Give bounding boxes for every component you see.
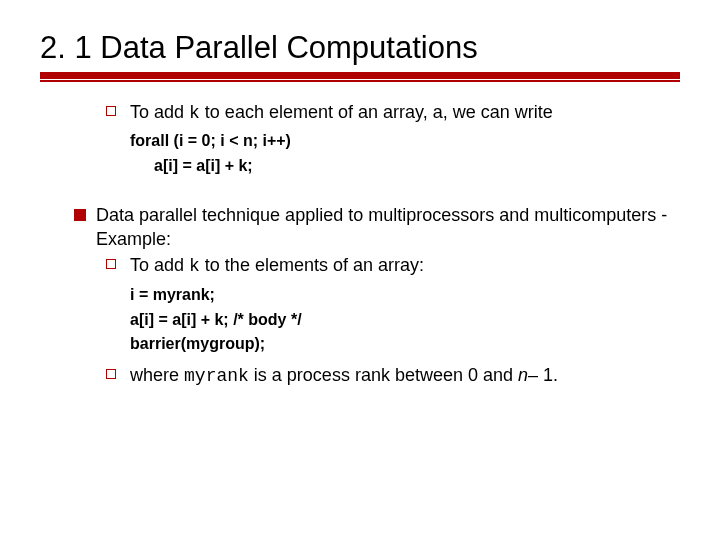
item2-text: Data parallel technique applied to multi… [96, 205, 667, 249]
code2-line2: a[i] = a[i] + k; /* body */ [130, 308, 680, 333]
hollow-square-icon [106, 106, 116, 116]
item3-mid: is a process rank between 0 and [249, 365, 518, 385]
item1-suffix: to each element of an array, a, we can w… [200, 102, 553, 122]
code-block-1: forall (i = 0; i < n; i++) a[i] = a[i] +… [40, 129, 680, 179]
item3-n: n [518, 365, 528, 385]
bullet-item-2-sub: To add k to the elements of an array: [96, 253, 680, 278]
item3-prefix: where [130, 365, 184, 385]
code2-line3: barrier(mygroup); [130, 332, 680, 357]
code-block-2: i = myrank; a[i] = a[i] + k; /* body */ … [40, 283, 680, 357]
code1-line1: forall (i = 0; i < n; i++) [130, 129, 680, 154]
bullet-item-1: To add k to each element of an array, a,… [40, 100, 680, 125]
item2sub-suffix: to the elements of an array: [200, 255, 424, 275]
code2-line1: i = myrank; [130, 283, 680, 308]
item2sub-prefix: To add [130, 255, 189, 275]
item1-prefix: To add [130, 102, 189, 122]
item1-k: k [189, 103, 200, 123]
bullet-item-3: where myrank is a process rank between 0… [40, 363, 680, 388]
bullet-item-2: Data parallel technique applied to multi… [40, 203, 680, 279]
slide: 2. 1 Data Parallel Computations To add k… [0, 0, 720, 412]
title-rule-thin [40, 80, 680, 82]
title-rule-thick [40, 72, 680, 79]
item3-suffix: – 1. [528, 365, 558, 385]
hollow-square-icon [106, 259, 116, 269]
slide-content: To add k to each element of an array, a,… [40, 100, 680, 388]
solid-square-icon [74, 209, 86, 221]
item2sub-k: k [189, 256, 200, 276]
slide-title: 2. 1 Data Parallel Computations [40, 30, 680, 66]
code1-line2: a[i] = a[i] + k; [130, 154, 253, 179]
item3-myrank: myrank [184, 366, 249, 386]
hollow-square-icon [106, 369, 116, 379]
